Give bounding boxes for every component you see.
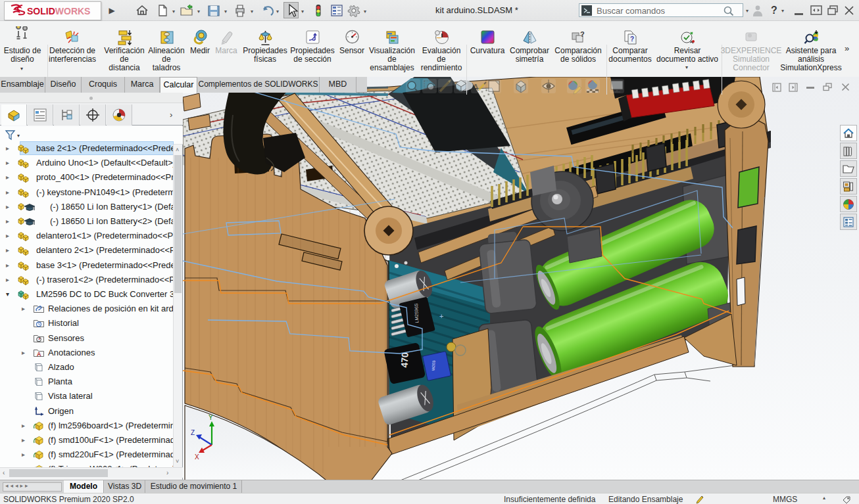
svg-text:A: A: [37, 351, 41, 357]
svg-text:LM2596S: LM2596S: [414, 303, 419, 323]
svg-text:SOLIDWORKS: SOLIDWORKS: [27, 6, 90, 16]
svg-text:?: ?: [630, 35, 634, 43]
svg-text:+: +: [439, 312, 443, 320]
svg-text:A: A: [472, 82, 479, 93]
svg-text:Y: Y: [209, 414, 213, 421]
svg-text:Z: Z: [191, 429, 195, 436]
svg-text:X: X: [195, 453, 199, 461]
svg-text:470: 470: [399, 352, 410, 368]
svg-text:?: ?: [580, 30, 585, 38]
svg-text:W203: W203: [431, 360, 436, 371]
